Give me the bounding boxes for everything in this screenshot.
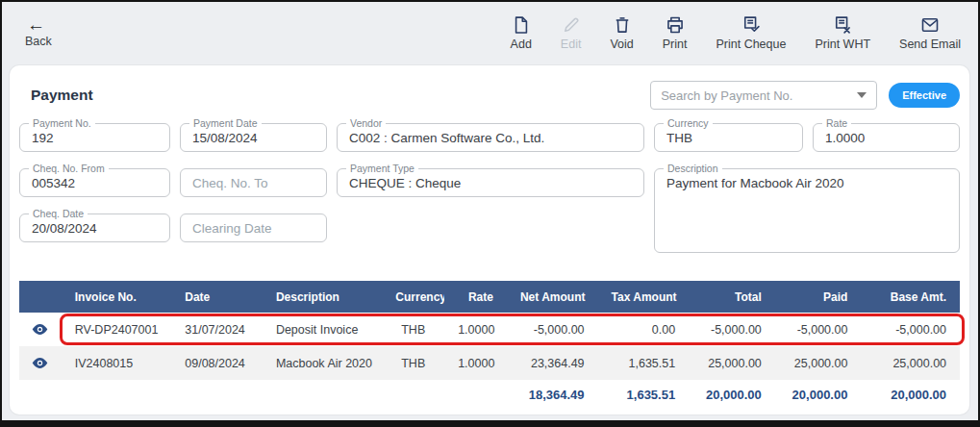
- payment-date-field[interactable]: Payment Date 15/08/2024: [180, 123, 327, 152]
- col-header-tax-amount: Tax Amount: [598, 290, 690, 304]
- search-payment-dropdown[interactable]: [650, 81, 877, 110]
- cheq-no-to-field[interactable]: Cheq. No. To: [180, 168, 327, 197]
- col-header-date: Date: [171, 290, 263, 304]
- print-cheque-button[interactable]: Print Cheque: [716, 15, 786, 51]
- col-header-rate: Rate: [444, 290, 507, 304]
- total-net-amount: 18,364.49: [507, 388, 598, 402]
- print-wht-icon: [833, 15, 852, 35]
- print-icon: [666, 15, 685, 35]
- payment-type-field[interactable]: Payment Type CHEQUE : Cheque: [337, 168, 644, 197]
- table-row[interactable]: IV2408015 09/08/2024 Macbook Air 2020 TH…: [19, 346, 960, 380]
- payment-no-field[interactable]: Payment No. 192: [19, 123, 170, 152]
- view-row-icon[interactable]: [31, 320, 49, 339]
- send-email-button[interactable]: Send Email: [899, 15, 961, 51]
- toolbar-actions: Add Edit Void Print: [511, 15, 961, 51]
- currency-field[interactable]: Currency THB: [654, 123, 803, 152]
- void-trash-icon: [613, 15, 632, 35]
- print-wht-button[interactable]: Print WHT: [815, 15, 870, 51]
- vendor-field[interactable]: Vendor C002 : Carmen Software Co., Ltd.: [337, 123, 644, 152]
- table-header-row: Invoice No. Date Description Currency Ra…: [19, 281, 960, 313]
- edit-button[interactable]: Edit: [561, 15, 582, 51]
- payment-form: Payment No. 192 Payment Date 15/08/2024 …: [19, 123, 960, 242]
- description-field[interactable]: Description Payment for Macbook Air 2020: [654, 168, 960, 253]
- cheq-date-field[interactable]: Cheq. Date 20/08/2024: [19, 214, 170, 242]
- void-button[interactable]: Void: [610, 15, 633, 51]
- cheq-no-from-field[interactable]: Cheq. No. From 005342: [19, 168, 170, 197]
- toolbar: ← Back Add Edit Void: [2, 2, 978, 63]
- description-value: Payment for Macbook Air 2020: [666, 176, 844, 190]
- payment-card: Payment Effective Payment No. 192 Paymen…: [10, 65, 969, 414]
- col-header-description: Description: [263, 290, 382, 304]
- table-totals-row: 18,364.49 1,635.51 20,000.00 20,000.00 2…: [19, 380, 960, 409]
- invoice-table: Invoice No. Date Description Currency Ra…: [19, 281, 960, 409]
- back-arrow-icon: ←: [25, 17, 45, 33]
- back-label: Back: [25, 35, 52, 48]
- total-paid: 20,000.00: [775, 388, 862, 402]
- search-input[interactable]: [661, 88, 851, 103]
- col-header-total: Total: [689, 290, 775, 304]
- status-badge: Effective: [889, 83, 960, 108]
- app-window: ← Back Add Edit Void: [0, 0, 980, 427]
- table-row[interactable]: RV-DP2407001 31/07/2024 Deposit Invoice …: [19, 313, 960, 346]
- add-document-icon: [512, 15, 531, 35]
- page-title: Payment: [31, 87, 650, 104]
- print-button[interactable]: Print: [663, 15, 688, 51]
- add-button[interactable]: Add: [511, 15, 532, 51]
- col-header-net-amount: Net Amount: [507, 290, 598, 304]
- print-cheque-icon: [741, 15, 761, 35]
- clearing-date-field[interactable]: Clearing Date: [180, 214, 327, 242]
- send-email-icon: [920, 15, 940, 35]
- total-base-amt: 20,000.00: [861, 388, 960, 402]
- chevron-down-icon: [857, 92, 867, 98]
- col-header-currency: Currency: [382, 290, 444, 304]
- view-row-icon[interactable]: [31, 354, 49, 372]
- col-header-base-amt: Base Amt.: [861, 290, 960, 304]
- rate-field[interactable]: Rate 1.0000: [813, 123, 960, 152]
- edit-pencil-icon: [562, 15, 581, 35]
- back-button[interactable]: ← Back: [25, 17, 52, 48]
- total-tax-amount: 1,635.51: [598, 388, 690, 402]
- total-total: 20,000.00: [689, 388, 775, 402]
- col-header-invoice-no: Invoice No.: [62, 290, 172, 304]
- card-header: Payment Effective: [19, 65, 960, 110]
- col-header-paid: Paid: [775, 290, 862, 304]
